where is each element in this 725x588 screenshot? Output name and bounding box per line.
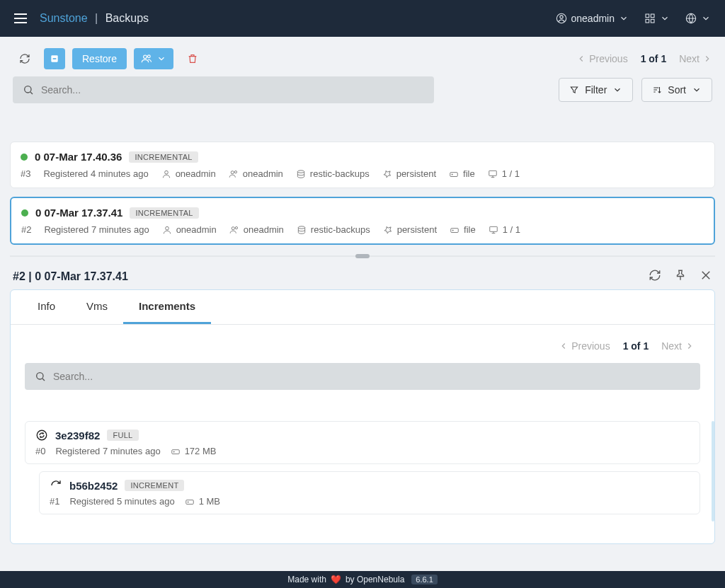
backup-registered: Registered 4 minutes ago (43, 168, 148, 179)
detail-close-button[interactable] (700, 269, 712, 284)
footer-made: Made with (287, 575, 326, 584)
close-icon (700, 269, 712, 282)
detail-header: #2 | 0 07-Mar 17.37.41 (0, 259, 725, 289)
pager-prev[interactable]: Previous (559, 340, 610, 352)
restore-label: Restore (82, 53, 117, 64)
svg-point-37 (173, 451, 174, 452)
delete-button[interactable] (181, 48, 205, 69)
svg-point-11 (25, 86, 31, 93)
backup-running: 1 / 1 (489, 224, 520, 235)
filter-icon (569, 85, 579, 95)
backup-owner: oneadmin (161, 168, 216, 179)
backup-id: #3 (21, 168, 30, 179)
language-menu[interactable] (685, 13, 711, 24)
backup-card[interactable]: 0 07-Mar 17.37.41 INCREMENTAL #2 Registe… (10, 197, 715, 245)
svg-rect-4 (646, 19, 649, 23)
tab-vms[interactable]: Vms (71, 290, 123, 324)
pin-icon (383, 225, 393, 235)
increment-size: 1 MB (185, 496, 220, 507)
increment-id: #1 (50, 496, 59, 507)
svg-point-35 (37, 430, 47, 440)
svg-rect-28 (489, 226, 497, 231)
chevron-left-icon (576, 54, 586, 64)
apps-menu[interactable] (644, 13, 670, 24)
brand-name[interactable]: Sunstone (40, 12, 88, 24)
backup-badge: INCREMENTAL (130, 207, 198, 219)
footer-by: by OpenNebula (346, 575, 404, 584)
refresh-button[interactable] (13, 48, 37, 69)
sort-button[interactable]: Sort (641, 78, 712, 102)
increment-hash: b56b2452 (69, 480, 118, 492)
search-box[interactable] (13, 76, 434, 103)
split-divider[interactable] (10, 253, 715, 259)
increment-hash: 3e239f82 (55, 430, 100, 442)
user-menu[interactable]: oneadmin (556, 13, 629, 24)
backup-group: oneadmin (229, 224, 284, 235)
version-badge: 6.6.1 (411, 575, 437, 584)
app-header: Sunstone | Backups oneadmin (0, 0, 725, 37)
backup-persist: persistent (383, 224, 437, 235)
increments-search-box[interactable] (25, 363, 700, 390)
scrollbar[interactable] (712, 421, 714, 521)
svg-rect-17 (450, 172, 458, 176)
restore-button[interactable]: Restore (72, 48, 127, 69)
detail-panel: Info Vms Increments Previous 1 of 1 Next… (10, 289, 715, 544)
full-backup-icon (35, 429, 48, 442)
chevron-down-icon (156, 54, 166, 64)
backup-card[interactable]: 0 07-Mar 17.40.36 INCREMENTAL #3 Registe… (10, 142, 715, 188)
backup-title: 0 07-Mar 17.37.41 (35, 207, 122, 219)
backup-registered: Registered 7 minutes ago (44, 224, 149, 235)
monitor-icon (488, 169, 498, 179)
increments-list: 3e239f82 FULL #0 Registered 7 minutes ag… (11, 404, 714, 527)
refresh-icon (19, 53, 30, 64)
svg-rect-3 (651, 14, 654, 18)
deselect-button[interactable] (44, 48, 65, 69)
chevron-down-icon (701, 13, 711, 23)
filter-button[interactable]: Filter (559, 78, 633, 102)
database-icon (297, 225, 307, 235)
globe-icon (685, 13, 697, 24)
disk-icon (185, 497, 195, 507)
svg-point-23 (232, 226, 234, 229)
toolbar-left: Restore (13, 48, 205, 69)
refresh-icon (649, 269, 661, 282)
tab-info[interactable]: Info (22, 290, 71, 324)
pager-next[interactable]: Next (661, 340, 695, 352)
search-icon (35, 371, 46, 382)
pager-prev[interactable]: Previous (576, 53, 627, 64)
pager-count: 1 of 1 (641, 53, 667, 64)
increment-card[interactable]: b56b2452 INCREMENT #1 Registered 5 minut… (39, 471, 700, 514)
ownership-button[interactable] (134, 48, 173, 69)
chevron-down-icon (660, 13, 670, 23)
tab-increments[interactable]: Increments (123, 290, 211, 324)
sort-icon (652, 85, 662, 95)
chevron-right-icon (685, 341, 695, 351)
svg-point-13 (164, 171, 168, 174)
search-input[interactable] (41, 84, 424, 96)
user-icon (556, 13, 567, 24)
backup-persist: persistent (382, 168, 436, 179)
increments-search-input[interactable] (53, 371, 690, 382)
pin-icon (674, 269, 687, 282)
increment-card[interactable]: 3e239f82 FULL #0 Registered 7 minutes ag… (25, 421, 700, 464)
svg-rect-5 (651, 19, 654, 23)
detail-pin-button[interactable] (674, 269, 687, 284)
detail-refresh-button[interactable] (649, 269, 661, 284)
detail-tabs: Info Vms Increments (11, 290, 714, 325)
disk-icon (449, 169, 459, 179)
backup-id: #2 (21, 224, 31, 235)
pin-icon (382, 169, 392, 179)
backup-list: 0 07-Mar 17.40.36 INCREMENTAL #3 Registe… (0, 113, 725, 245)
backup-owner: oneadmin (162, 224, 217, 235)
chevron-down-icon (692, 85, 702, 95)
pager-next[interactable]: Next (679, 53, 712, 64)
breadcrumb-sep: | (95, 12, 98, 24)
chevron-down-icon (612, 85, 622, 95)
disk-icon (450, 225, 459, 235)
svg-point-39 (188, 502, 188, 502)
chevron-left-icon (559, 341, 569, 351)
user-icon (161, 169, 171, 179)
heart-icon: ❤️ (331, 575, 341, 584)
svg-rect-38 (185, 500, 193, 504)
menu-icon[interactable] (14, 13, 27, 23)
